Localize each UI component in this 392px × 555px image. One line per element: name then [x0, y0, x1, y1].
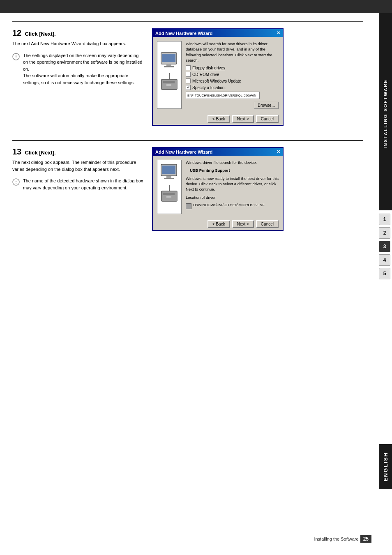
step-13-dialog-footer: < Back Next > Cancel [153, 218, 283, 230]
step-13-dialog-title: Add New Hardware Wizard ✕ [153, 148, 283, 156]
step-13-right: Add New Hardware Wizard ✕ [152, 147, 363, 231]
step-13-header: 13 Click [Next]. [12, 147, 144, 157]
step-13-search-label: Windows driver file search for the devic… [186, 160, 279, 165]
win-close-icon-13[interactable]: ✕ [277, 149, 280, 154]
step-12-dialog-title: Add New Hardware Wizard ✕ [153, 29, 283, 37]
svg-rect-10 [166, 84, 171, 86]
step-12-location-row [186, 92, 279, 99]
step-13-back-button[interactable]: < Back [208, 220, 230, 228]
chapter-tab-4[interactable]: 4 [379, 254, 390, 266]
step-13-note-text: The name of the detected hardware shown … [23, 177, 144, 191]
step-13-action: Click [Next]. [25, 150, 56, 156]
svg-rect-4 [162, 54, 175, 62]
step-13-ready-text: Windows is now ready to install the best… [186, 176, 279, 192]
step-12-cb1-row: Floppy disk drives [186, 65, 279, 70]
chapter-tab-5[interactable]: 5 [379, 268, 390, 279]
step-13-cancel-button[interactable]: Cancel [256, 220, 279, 228]
step-12-note: The settings displayed on the screen may… [12, 52, 144, 86]
step-13-note: The name of the detected hardware shown … [12, 177, 144, 191]
main-content: 12 Click [Next]. The next Add New Hardwa… [0, 13, 376, 253]
step-13-next-button[interactable]: Next > [232, 220, 254, 228]
step-13-dialog-body: Windows driver file search for the devic… [153, 156, 283, 218]
step-12-cb1-label: Floppy disk drives [192, 66, 225, 70]
step-12-cb4-row: Specify a location: [186, 85, 279, 90]
step-12-cb4[interactable] [186, 85, 191, 90]
step-12-dialog-body: Windows will search for new drivers in i… [153, 37, 283, 113]
chapter-tabs: 1 2 3 4 5 [379, 214, 392, 281]
step-13-dialog: Add New Hardware Wizard ✕ [152, 147, 284, 231]
step-12-cb2-row: CD-ROM drive [186, 72, 279, 77]
step-12-note-text: The settings displayed on the screen may… [23, 52, 144, 86]
step-13-left: 13 Click [Next]. The next dialog box app… [12, 147, 152, 231]
step-12-browse-button[interactable]: Browse... [254, 102, 279, 109]
step-13-section: 13 Click [Next]. The next dialog box app… [12, 140, 363, 237]
wizard-svg-13 [159, 162, 180, 212]
step-12-cb3-label: Microsoft Windows Update [192, 79, 241, 83]
step-12-number: 12 [12, 28, 21, 37]
english-label: ENGLISH [383, 452, 389, 481]
svg-rect-17 [164, 178, 174, 179]
step-12-next-button[interactable]: Next > [232, 115, 254, 123]
wizard-svg-12 [159, 51, 180, 100]
top-bar [0, 0, 392, 13]
page-number-area: Installing the Software 25 [314, 535, 371, 543]
step-13-wizard-content: Windows driver file search for the devic… [186, 160, 279, 214]
step-13-number: 13 [12, 147, 21, 156]
step-12-back-button[interactable]: < Back [208, 115, 230, 123]
svg-rect-6 [164, 66, 174, 67]
svg-rect-16 [166, 176, 171, 178]
step-12-location-input[interactable] [186, 92, 260, 99]
svg-rect-20 [163, 193, 175, 195]
note-icon-12 [12, 53, 20, 60]
svg-rect-9 [163, 81, 175, 83]
chapter-tab-3[interactable]: 3 [379, 241, 390, 252]
step-12-wizard-content: Windows will search for new drivers in i… [186, 41, 279, 109]
page-label: Installing the Software [314, 537, 358, 541]
step-12-dialog: Add New Hardware Wizard ✕ [152, 28, 284, 126]
step-12-cb1[interactable] [186, 65, 191, 70]
step-12-action: Click [Next]. [25, 31, 56, 37]
step-13-description: The next dialog box appears. The remaind… [12, 159, 144, 173]
step-12-cb4-label: Specify a location: [192, 85, 226, 90]
svg-point-13 [16, 183, 16, 184]
step-12-cb2-label: CD-ROM drive [192, 72, 219, 77]
step-13-location-value: D:\WINDOWS\INF\OTHER\MICROS~2.INF [193, 203, 265, 208]
step-12-left: 12 Click [Next]. The next Add New Hardwa… [12, 28, 152, 126]
step-12-cb3[interactable] [186, 78, 191, 83]
step-13-location-label: Location of driver [186, 195, 279, 200]
step-12-cancel-button[interactable]: Cancel [256, 115, 279, 123]
step-13-dialog-title-text: Add New Hardware Wizard [155, 150, 212, 154]
installing-software-sidebar: INSTALLING SOFTWARE [379, 13, 392, 210]
step-12-body-text: Windows will search for new drivers in i… [186, 41, 279, 63]
note-icon-13 [12, 178, 20, 186]
svg-rect-15 [162, 166, 175, 174]
installing-software-label: INSTALLING SOFTWARE [383, 79, 388, 149]
step-12-description: The next Add New Hardware Wizard dialog … [12, 40, 144, 47]
step-13-device-name: USB Printing Support [190, 168, 279, 173]
english-sidebar: ENGLISH [379, 444, 392, 489]
step-12-right: Add New Hardware Wizard ✕ [152, 28, 363, 126]
step-13-wizard-icon [157, 160, 182, 214]
step-12-section: 12 Click [Next]. The next Add New Hardwa… [12, 21, 363, 132]
step-12-wizard-icon [157, 41, 182, 109]
step-12-header: 12 Click [Next]. [12, 28, 144, 38]
svg-rect-5 [166, 64, 171, 66]
chapter-tab-2[interactable]: 2 [379, 227, 390, 239]
step-12-dialog-footer: < Back Next > Cancel [153, 113, 283, 125]
page-number: 25 [360, 535, 371, 543]
svg-rect-21 [166, 196, 171, 198]
svg-point-2 [16, 58, 16, 58]
step-12-cb3-row: Microsoft Windows Update [186, 78, 279, 83]
step-13-location-row: D:\WINDOWS\INF\OTHER\MICROS~2.INF [186, 203, 279, 210]
step-12-dialog-title-text: Add New Hardware Wizard [155, 31, 212, 36]
chapter-tab-1[interactable]: 1 [379, 214, 390, 225]
win-close-icon[interactable]: ✕ [277, 30, 280, 36]
step-13-file-icon [186, 203, 191, 209]
step-12-cb2[interactable] [186, 72, 191, 77]
